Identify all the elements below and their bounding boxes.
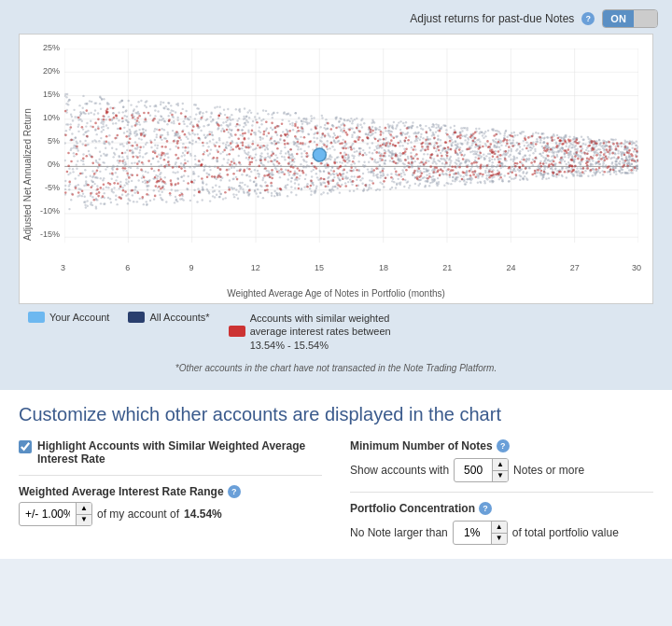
- wairt-help-icon[interactable]: ?: [228, 485, 241, 498]
- similar-accounts-color-box: [229, 326, 245, 337]
- chart-section: Adjust returns for past-due Notes ? ON A…: [0, 0, 672, 390]
- options-grid: Highlight Accounts with Similar Weighted…: [19, 439, 653, 545]
- right-column: Minimum Number of Notes ? Show accounts …: [350, 439, 653, 545]
- min-notes-label: Minimum Number of Notes ?: [350, 439, 653, 452]
- toggle-on-label: ON: [603, 10, 634, 27]
- highlight-checkbox[interactable]: [19, 440, 32, 453]
- min-notes-suffix: Notes or more: [513, 464, 584, 477]
- portfolio-conc-arrows: ▲ ▼: [491, 522, 507, 544]
- all-accounts-color-box: [128, 312, 145, 323]
- x-tick-labels: 3 6 9 12 15 18 21 24 27 30: [64, 263, 638, 277]
- min-notes-down-arrow[interactable]: ▼: [493, 470, 508, 481]
- wairt-spinner[interactable]: ▲ ▼: [19, 502, 92, 526]
- highlight-label-text: Highlight Accounts with Similar Weighted…: [37, 439, 322, 466]
- toggle-button[interactable]: ON: [602, 9, 658, 28]
- portfolio-conc-prefix: No Note larger than: [350, 526, 448, 539]
- legend-all-accounts: All Accounts*: [128, 312, 209, 323]
- portfolio-conc-help-icon[interactable]: ?: [479, 502, 492, 515]
- min-notes-value-input[interactable]: [455, 462, 492, 479]
- wairt-down-arrow[interactable]: ▼: [77, 514, 91, 525]
- customize-title: Customize which other accounts are displ…: [19, 404, 653, 425]
- scatter-chart: Adjusted Net Annualized Return: [19, 34, 653, 304]
- portfolio-conc-down-arrow[interactable]: ▼: [492, 533, 507, 544]
- portfolio-conc-option-group: Portfolio Concentration ? No Note larger…: [350, 502, 653, 545]
- portfolio-conc-value-input[interactable]: [454, 524, 491, 541]
- scatter-canvas: [64, 49, 638, 261]
- adjust-help-icon[interactable]: ?: [581, 12, 595, 25]
- chart-legend: Your Account All Accounts* Accounts with…: [14, 304, 658, 359]
- wairt-label-text: Weighted Average Interest Rate Range: [19, 485, 224, 498]
- min-notes-label-text: Minimum Number of Notes: [350, 439, 493, 452]
- highlight-checkbox-label[interactable]: Highlight Accounts with Similar Weighted…: [19, 439, 322, 466]
- wairt-arrows: ▲ ▼: [76, 503, 91, 525]
- your-account-color-box: [28, 312, 45, 323]
- wairt-up-arrow[interactable]: ▲: [77, 503, 91, 514]
- wairt-option-group: Weighted Average Interest Rate Range ? ▲…: [19, 485, 322, 526]
- top-bar: Adjust returns for past-due Notes ? ON: [14, 9, 658, 28]
- toggle-off-label: [634, 10, 657, 27]
- portfolio-conc-spinner[interactable]: ▲ ▼: [453, 521, 508, 545]
- wairt-control: ▲ ▼ of my account of 14.54%: [19, 502, 322, 526]
- legend-your-account: Your Account: [28, 312, 109, 323]
- chart-footnote: *Other accounts in the chart have not tr…: [14, 359, 658, 381]
- similar-accounts-label: Accounts with similar weighted average i…: [250, 312, 399, 352]
- min-notes-control: Show accounts with ▲ ▼ Notes or more: [350, 458, 653, 482]
- legend-similar-accounts: Accounts with similar weighted average i…: [229, 312, 399, 352]
- portfolio-conc-label-text: Portfolio Concentration: [350, 502, 475, 515]
- min-notes-up-arrow[interactable]: ▲: [493, 459, 508, 470]
- divider-1: [19, 475, 322, 476]
- min-notes-spinner[interactable]: ▲ ▼: [454, 458, 509, 482]
- highlight-option-group: Highlight Accounts with Similar Weighted…: [19, 439, 322, 466]
- y-tick-labels: 25% 20% 15% 10% 5% 0% -5% -10% -15%: [20, 49, 63, 263]
- wairt-account-value: 14.54%: [184, 508, 222, 521]
- left-column: Highlight Accounts with Similar Weighted…: [19, 439, 322, 545]
- wairt-of-label: of my account of: [97, 508, 179, 521]
- wairt-label: Weighted Average Interest Rate Range ?: [19, 485, 322, 498]
- portfolio-conc-suffix: of total portfolio value: [512, 526, 619, 539]
- divider-2: [350, 492, 653, 493]
- portfolio-conc-up-arrow[interactable]: ▲: [492, 522, 507, 533]
- portfolio-conc-control: No Note larger than ▲ ▼ of total portfol…: [350, 521, 653, 545]
- all-accounts-label: All Accounts*: [149, 312, 209, 323]
- adjust-returns-label: Adjust returns for past-due Notes: [410, 12, 574, 25]
- portfolio-conc-label: Portfolio Concentration ?: [350, 502, 653, 515]
- customize-section: Customize which other accounts are displ…: [0, 390, 672, 559]
- min-notes-show-label: Show accounts with: [350, 464, 449, 477]
- wairt-value-input[interactable]: [20, 506, 76, 522]
- your-account-label: Your Account: [49, 312, 109, 323]
- min-notes-arrows: ▲ ▼: [492, 459, 508, 481]
- min-notes-help-icon[interactable]: ?: [497, 439, 510, 452]
- min-notes-option-group: Minimum Number of Notes ? Show accounts …: [350, 439, 653, 482]
- x-axis-label: Weighted Average Age of Notes in Portfol…: [227, 288, 445, 299]
